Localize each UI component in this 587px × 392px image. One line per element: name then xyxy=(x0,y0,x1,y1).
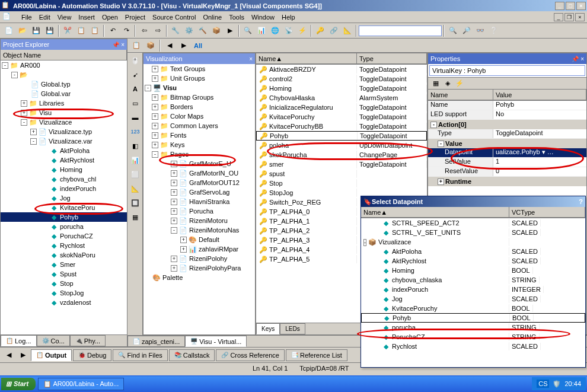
tool-text[interactable]: A xyxy=(129,82,142,95)
visualization-tree[interactable]: +📁Text Groups +📁Unit Groups -🖥️Visu +📁Bi… xyxy=(143,64,255,334)
tb-b4[interactable]: 📦 xyxy=(210,24,223,37)
menu-online[interactable]: Online xyxy=(203,14,222,21)
list-item-name[interactable]: Pohyb xyxy=(270,132,288,139)
tree-item[interactable]: Unit Groups xyxy=(170,75,205,82)
output-nav-right[interactable]: ▶ xyxy=(17,349,30,362)
prop-val[interactable]: No xyxy=(493,110,586,119)
dp-item[interactable]: SCTRL_SPEED_ACT2 xyxy=(392,219,460,227)
dp-item[interactable]: PoruchaCZ xyxy=(392,333,425,340)
tree-item[interactable]: Pages xyxy=(170,151,189,158)
list-item-name[interactable]: AktivaceBRZDY xyxy=(269,66,316,73)
tree-item[interactable]: RizeniMotoruNas xyxy=(189,227,239,234)
close-button[interactable]: × xyxy=(576,2,586,10)
col-dp-name[interactable]: Name ▲ xyxy=(361,207,509,218)
tb-b9[interactable]: 📡 xyxy=(282,24,295,37)
doc-tab-1[interactable]: 📄 zapis_cteni... xyxy=(127,336,185,347)
menu-edit[interactable]: Edit xyxy=(39,14,50,21)
list-item-name[interactable]: TP_ALPHA_4 xyxy=(269,246,310,253)
project-tree[interactable]: -📁AR000 -📂 📄Global.typ 📄Global.var +📁Lib… xyxy=(1,60,127,334)
prop-group-value[interactable]: Value xyxy=(445,140,462,147)
tree-page-item[interactable]: GrafMotorE_U xyxy=(189,160,231,167)
tree-var-item[interactable]: AktPoloha xyxy=(60,147,90,154)
menu-window[interactable]: Window xyxy=(251,14,275,21)
list-item-name[interactable]: skokPorucha xyxy=(269,151,307,158)
tree-item[interactable]: Vizualizace.typ xyxy=(49,128,92,135)
child-restore-button[interactable]: ❐ xyxy=(564,13,574,21)
list-item-name[interactable]: KvitacePoruchy xyxy=(269,113,314,120)
taskbar-item[interactable]: 📋 AR000/Labina - Auto... xyxy=(38,378,124,390)
expander[interactable]: - xyxy=(30,138,37,145)
tree-var-item[interactable]: KvitacePoru xyxy=(60,204,95,211)
tb-b8[interactable]: 🌐 xyxy=(269,24,282,37)
tray-lang[interactable]: CS xyxy=(537,380,549,388)
list-item-name[interactable]: StopJog xyxy=(269,189,293,196)
tab-reflist[interactable]: 📑 Reference List xyxy=(286,349,347,361)
tool-7[interactable]: ⬜ xyxy=(129,168,142,181)
tree-item[interactable]: Borders xyxy=(170,103,193,110)
tree-var-item[interactable]: Smer xyxy=(60,261,75,268)
list-item-name[interactable]: KvitacePoruchyBB xyxy=(269,123,323,130)
props-tb-3[interactable]: ⚡ xyxy=(454,78,465,89)
tree-item-vizualizace[interactable]: Vizualizace xyxy=(39,119,72,126)
prop-val[interactable]: 0 xyxy=(493,167,586,176)
output-nav-left[interactable]: ◀ xyxy=(2,349,15,362)
tb-b11[interactable]: 🔑 xyxy=(314,24,327,37)
tb-help[interactable]: ❔ xyxy=(487,24,500,37)
dp-item[interactable]: chybova_chlaska xyxy=(392,276,442,283)
expander[interactable]: + xyxy=(21,100,27,107)
tb-b7[interactable]: 📊 xyxy=(255,24,268,37)
tree-palette[interactable]: Palette xyxy=(162,274,183,281)
dp-item[interactable]: Rychlost xyxy=(392,343,417,350)
all-label[interactable]: All xyxy=(194,42,202,49)
dp-item[interactable]: SCTRL_V_SET_UNITS xyxy=(392,229,461,236)
col-propval[interactable]: Value xyxy=(493,90,586,100)
tb-b12[interactable]: 🔗 xyxy=(327,24,340,37)
maximize-button[interactable]: □ xyxy=(566,2,575,10)
prop-val[interactable]: ToggleDatapoint xyxy=(493,129,586,138)
tree-var-item[interactable]: PoruchaCZ xyxy=(60,232,93,240)
col-name[interactable]: Name ▲ xyxy=(256,53,357,64)
tab-physical[interactable]: 🔌 Phy... xyxy=(70,335,106,346)
tab-debug[interactable]: 🐞 Debug xyxy=(73,349,111,361)
dp-viz[interactable]: Vizualizace xyxy=(378,238,411,246)
child-minimize-button[interactable]: _ xyxy=(554,13,563,21)
tab-find[interactable]: 🔍 Find in Files xyxy=(113,349,167,361)
tree-item[interactable]: Keys xyxy=(170,141,184,148)
tree-var-item[interactable]: Jog xyxy=(60,195,71,202)
sec-tb-1[interactable]: 📋 xyxy=(130,39,143,52)
tree-var-item[interactable]: skokNaPoru xyxy=(60,251,95,259)
tab-callstack[interactable]: 📚 Callstack xyxy=(169,349,215,361)
tree-var-item[interactable]: porucha xyxy=(60,223,84,230)
props-tb-2[interactable]: ◈ xyxy=(442,78,453,89)
tool-6[interactable]: 📊 xyxy=(129,154,142,167)
prop-val-datapoint[interactable]: ualizace.Pohyb ▾ … xyxy=(493,148,586,157)
list-item-name[interactable]: spust xyxy=(269,170,285,177)
tb-find2[interactable]: 🔎 xyxy=(460,24,473,37)
datapoint-tree[interactable]: ◆SCTRL_SPEED_ACT2SCALED◆SCTRL_V_SET_UNIT… xyxy=(361,218,585,351)
panel-close-icon[interactable]: × xyxy=(249,56,253,62)
minimize-button[interactable]: _ xyxy=(555,2,564,10)
sec-tb-4[interactable]: ▶ xyxy=(177,39,190,52)
tool-rect[interactable]: ▭ xyxy=(129,97,142,110)
panel-pin-icon[interactable]: 📌 × xyxy=(112,42,125,48)
tool-select[interactable]: 🖱️ xyxy=(129,54,142,67)
tree-var-item[interactable]: vzdalenost xyxy=(60,299,91,306)
props-tb-1[interactable]: ▦ xyxy=(430,78,441,89)
tree-page-item[interactable]: Porucha xyxy=(189,208,213,215)
tree-var-item[interactable]: Spust xyxy=(60,270,76,278)
tb-saveall[interactable]: 💾 xyxy=(43,24,56,37)
tool-bar[interactable]: ▬ xyxy=(129,111,142,124)
dialog-help-icon[interactable]: ? xyxy=(579,198,583,205)
tb-find[interactable]: 🔍 xyxy=(446,24,460,37)
tree-var-item[interactable]: Homing xyxy=(60,166,82,173)
tree-item[interactable]: zahlaviRMpar xyxy=(199,246,238,253)
tool-9[interactable]: 🔲 xyxy=(129,196,142,209)
tab-output[interactable]: 📋 Output xyxy=(31,349,72,361)
tool-5[interactable]: ◧ xyxy=(129,139,142,152)
system-tray[interactable]: CS 🛡️ 20:44 xyxy=(532,377,586,390)
list-item-name[interactable]: control2 xyxy=(269,75,292,82)
dp-item[interactable]: porucha xyxy=(392,324,416,331)
list-item-name[interactable]: TP_ALPHA_2 xyxy=(269,227,310,234)
tb-b1[interactable]: 🔧 xyxy=(169,24,182,37)
tree-page-item[interactable]: GrafMotorOUT12 xyxy=(189,179,240,186)
